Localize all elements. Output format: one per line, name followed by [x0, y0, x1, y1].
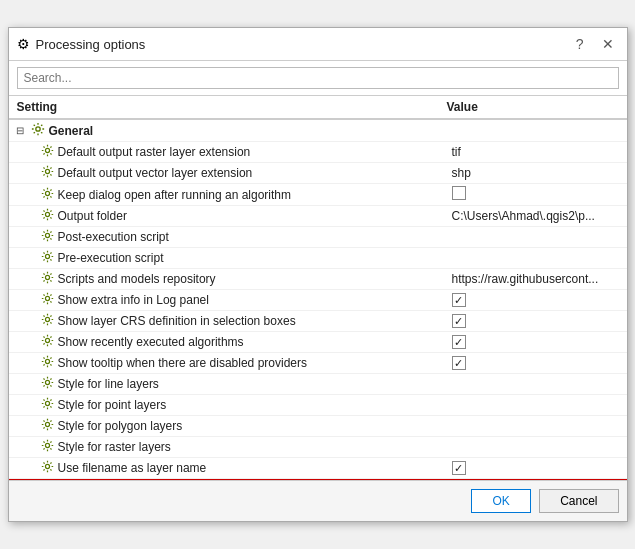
svg-point-9 — [45, 317, 49, 321]
setting-label: Style for line layers — [58, 377, 159, 391]
search-input[interactable] — [17, 67, 619, 89]
setting-label: Show recently executed algorithms — [58, 335, 244, 349]
column-value-header: Value — [447, 100, 627, 114]
checkbox[interactable] — [452, 314, 466, 328]
table-row[interactable]: Show tooltip when there are disabled pro… — [9, 353, 627, 374]
table-row[interactable]: Style for polygon layers — [9, 416, 627, 437]
table-row[interactable]: Scripts and models repositoryhttps://raw… — [9, 269, 627, 290]
setting-cell: Show tooltip when there are disabled pro… — [9, 355, 452, 371]
gear-icon — [41, 165, 54, 181]
help-button[interactable]: ? — [571, 34, 589, 54]
gear-icon — [41, 334, 54, 350]
setting-cell: Style for raster layers — [9, 439, 452, 455]
table-row[interactable]: Style for raster layers — [9, 437, 627, 458]
svg-point-1 — [45, 148, 49, 152]
value-cell: https://raw.githubusercont... — [452, 272, 627, 286]
gear-icon — [41, 144, 54, 160]
collapse-icon[interactable]: ⊟ — [13, 124, 27, 138]
value-cell: shp — [452, 166, 627, 180]
setting-label: Keep dialog open after running an algori… — [58, 188, 292, 202]
value-cell[interactable] — [452, 314, 627, 329]
close-button[interactable]: ✕ — [597, 34, 619, 54]
setting-label: Use filename as layer name — [58, 461, 207, 475]
table-row[interactable]: Pre-execution script — [9, 248, 627, 269]
checkbox[interactable] — [452, 356, 466, 370]
table-row[interactable]: Output folderC:\Users\Ahmad\.qgis2\p... — [9, 206, 627, 227]
table-row[interactable]: Default output vector layer extensionshp — [9, 163, 627, 184]
table-row[interactable]: Show extra info in Log panel — [9, 290, 627, 311]
checkbox[interactable] — [452, 335, 466, 349]
value-cell[interactable] — [452, 293, 627, 308]
table-header: Setting Value — [9, 96, 627, 120]
table-row[interactable]: Keep dialog open after running an algori… — [9, 184, 627, 206]
gear-icon — [41, 313, 54, 329]
title-bar-left: ⚙ Processing options — [17, 36, 146, 52]
value-cell: C:\Users\Ahmad\.qgis2\p... — [452, 209, 627, 223]
ok-button[interactable]: OK — [471, 489, 531, 513]
setting-label: Show tooltip when there are disabled pro… — [58, 356, 307, 370]
gear-icon — [41, 418, 54, 434]
gear-icon — [31, 122, 45, 139]
title-bar-controls: ? ✕ — [571, 34, 619, 54]
setting-label: Default output raster layer extension — [58, 145, 251, 159]
table-row[interactable]: Show layer CRS definition in selection b… — [9, 311, 627, 332]
setting-label: Post-execution script — [58, 230, 169, 244]
setting-label: Scripts and models repository — [58, 272, 216, 286]
column-setting-header: Setting — [17, 100, 447, 114]
value-cell: tif — [452, 145, 627, 159]
gear-icon — [41, 376, 54, 392]
setting-cell: Output folder — [9, 208, 452, 224]
table-row[interactable]: Post-execution script — [9, 227, 627, 248]
setting-cell: Keep dialog open after running an algori… — [9, 187, 452, 203]
gear-icon — [41, 187, 54, 203]
window-icon: ⚙ — [17, 36, 30, 52]
svg-point-6 — [45, 254, 49, 258]
setting-cell: Show recently executed algorithms — [9, 334, 452, 350]
processing-options-window: ⚙ Processing options ? ✕ Setting Value ⊟… — [8, 27, 628, 522]
value-cell[interactable] — [452, 461, 627, 476]
svg-point-10 — [45, 338, 49, 342]
settings-table: ⊟GeneralDefault output raster layer exte… — [9, 120, 627, 480]
svg-point-4 — [45, 212, 49, 216]
table-row[interactable]: Style for line layers — [9, 374, 627, 395]
svg-point-5 — [45, 233, 49, 237]
value-cell[interactable] — [452, 335, 627, 350]
svg-point-13 — [45, 401, 49, 405]
setting-label: Output folder — [58, 209, 127, 223]
dialog-footer: OK Cancel — [9, 480, 627, 521]
value-cell[interactable] — [452, 356, 627, 371]
setting-cell: Show layer CRS definition in selection b… — [9, 313, 452, 329]
svg-point-7 — [45, 275, 49, 279]
cancel-button[interactable]: Cancel — [539, 489, 618, 513]
checkbox[interactable] — [452, 293, 466, 307]
table-row[interactable]: Use filename as layer name — [9, 458, 627, 479]
svg-point-8 — [45, 296, 49, 300]
setting-cell: ⊟General — [9, 122, 452, 139]
setting-label: Style for point layers — [58, 398, 167, 412]
table-row[interactable]: Default output raster layer extensiontif — [9, 142, 627, 163]
gear-icon — [41, 397, 54, 413]
gear-icon — [41, 271, 54, 287]
checkbox[interactable] — [452, 186, 466, 200]
checkbox[interactable] — [452, 461, 466, 475]
setting-cell: Style for point layers — [9, 397, 452, 413]
setting-cell: Show extra info in Log panel — [9, 292, 452, 308]
setting-cell: Pre-execution script — [9, 250, 452, 266]
svg-point-11 — [45, 359, 49, 363]
value-cell[interactable] — [452, 186, 627, 203]
setting-cell: Default output raster layer extension — [9, 144, 452, 160]
window-title: Processing options — [36, 37, 146, 52]
setting-label: Default output vector layer extension — [58, 166, 253, 180]
table-row[interactable]: Show recently executed algorithms — [9, 332, 627, 353]
table-row[interactable]: Style for point layers — [9, 395, 627, 416]
gear-icon — [41, 229, 54, 245]
table-row[interactable]: ⊟General — [9, 120, 627, 142]
title-bar: ⚙ Processing options ? ✕ — [9, 28, 627, 61]
setting-cell: Use filename as layer name — [9, 460, 452, 476]
gear-icon — [41, 460, 54, 476]
gear-icon — [41, 355, 54, 371]
search-bar — [9, 61, 627, 96]
gear-icon — [41, 250, 54, 266]
table-row[interactable]: Use only selected features — [9, 479, 627, 480]
setting-label: Style for raster layers — [58, 440, 171, 454]
